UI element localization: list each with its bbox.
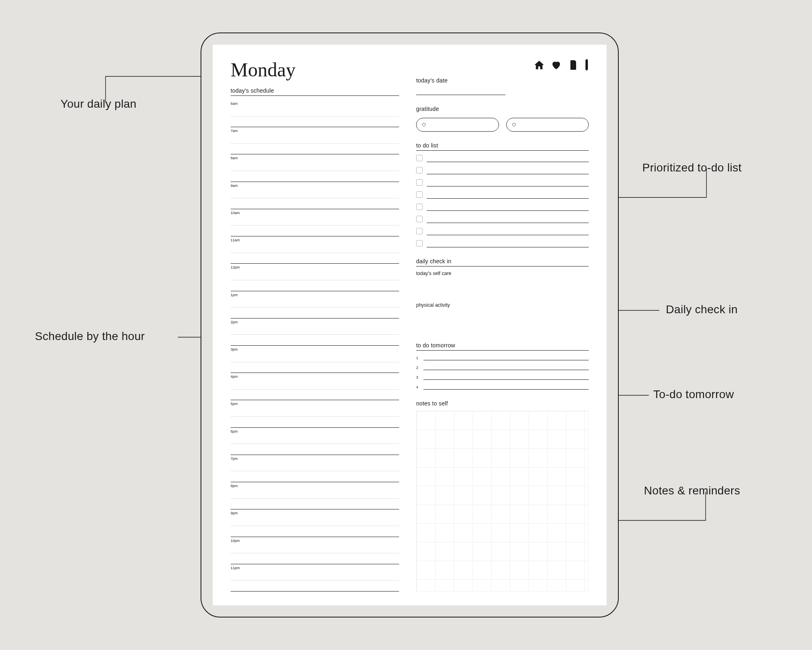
todo-checkbox[interactable] (416, 191, 423, 198)
tomorrow-item[interactable]: 4 (416, 385, 589, 390)
date-input-line[interactable] (416, 88, 505, 95)
todo-line[interactable] (427, 193, 589, 199)
day-title: Monday (231, 58, 399, 81)
todo-item[interactable] (416, 179, 589, 186)
todo-checkbox[interactable] (416, 204, 423, 210)
tomorrow-item[interactable]: 2 (416, 365, 589, 370)
callout-schedule-hour: Schedule by the hour (35, 330, 145, 343)
hour-label: 6am (231, 102, 399, 106)
todo-checkbox[interactable] (416, 179, 423, 186)
hour-label: 11am (231, 238, 399, 242)
document-icon[interactable] (568, 59, 579, 72)
checkin-selfcare-label: today's self care (416, 271, 589, 276)
todo-line[interactable] (427, 230, 589, 235)
icon-nav (416, 58, 589, 73)
hour-label: 7am (231, 129, 399, 133)
tomorrow-item[interactable]: 3 (416, 375, 589, 380)
hour-label: 4pm (231, 375, 399, 379)
callout-todo-tomorrow: To-do tomorrow (653, 388, 734, 401)
hour-row[interactable]: 10pm (231, 537, 399, 564)
hour-row[interactable]: 6pm (231, 428, 399, 455)
hour-row[interactable]: 8am (231, 154, 399, 182)
todo-item[interactable] (416, 204, 589, 211)
todo-line[interactable] (427, 156, 589, 162)
todo-checkbox[interactable] (416, 228, 423, 234)
tomorrow-item[interactable]: 1 (416, 355, 589, 360)
hour-row[interactable]: 6am (231, 100, 399, 127)
gratitude-field-1[interactable] (416, 118, 499, 132)
todo-line[interactable] (427, 169, 589, 174)
tomorrow-label: to do tomorrow (416, 342, 589, 351)
todo-item[interactable] (416, 155, 589, 162)
hour-label: 12pm (231, 265, 399, 269)
todo-line[interactable] (427, 242, 589, 247)
hour-row[interactable]: 9am (231, 182, 399, 209)
tomorrow-line[interactable] (423, 355, 589, 360)
hour-label: 8pm (231, 484, 399, 488)
hour-label: 2pm (231, 320, 399, 324)
gratitude-field-2[interactable] (506, 118, 589, 132)
gratitude-label: gratitude (416, 106, 589, 112)
hour-label: 8am (231, 156, 399, 160)
left-column: Monday today's schedule 6am7am8am9am10am… (231, 58, 399, 592)
notes-label: notes to self (416, 400, 589, 407)
todo-checkbox[interactable] (416, 155, 423, 161)
hour-row[interactable]: 11pm (231, 564, 399, 592)
hour-row[interactable]: 2pm (231, 318, 399, 346)
hour-row[interactable]: 1pm (231, 291, 399, 318)
tomorrow-num: 1 (416, 356, 420, 360)
todo-checkbox[interactable] (416, 167, 423, 173)
todo-item[interactable] (416, 216, 589, 223)
callout-daily-plan: Your daily plan (60, 98, 136, 110)
todo-line[interactable] (427, 217, 589, 223)
notes-grid[interactable] (416, 411, 589, 592)
selfcare-field[interactable] (416, 276, 589, 300)
hour-row[interactable]: 5pm (231, 400, 399, 427)
hour-label: 5pm (231, 402, 399, 406)
schedule-label: today's schedule (231, 87, 399, 96)
tomorrow-line[interactable] (423, 365, 589, 370)
hour-row[interactable]: 8pm (231, 482, 399, 509)
planner-page: Monday today's schedule 6am7am8am9am10am… (213, 45, 607, 605)
checkin-label: daily check in (416, 258, 589, 266)
hour-label: 1pm (231, 293, 399, 297)
checkin-physical-label: physical activity (416, 302, 589, 308)
hour-row[interactable]: 3pm (231, 346, 399, 373)
hour-row[interactable]: 11am (231, 236, 399, 264)
date-label: today's date (416, 77, 589, 84)
todo-item[interactable] (416, 240, 589, 247)
hour-row[interactable]: 12pm (231, 264, 399, 291)
todo-line[interactable] (427, 181, 589, 186)
heart-icon[interactable] (551, 59, 562, 72)
todo-item[interactable] (416, 228, 589, 235)
tomorrow-num: 4 (416, 385, 420, 389)
todo-list (416, 155, 589, 247)
tomorrow-line[interactable] (423, 385, 589, 390)
todo-checkbox[interactable] (416, 240, 423, 247)
hour-label: 6pm (231, 429, 399, 433)
hour-row[interactable]: 7am (231, 127, 399, 154)
physical-field[interactable] (416, 308, 589, 332)
hour-label: 9pm (231, 511, 399, 515)
todo-line[interactable] (427, 205, 589, 211)
home-icon[interactable] (533, 59, 545, 72)
tomorrow-num: 2 (416, 366, 420, 370)
hour-label: 9am (231, 184, 399, 188)
todo-checkbox[interactable] (416, 216, 423, 222)
pen-icon[interactable] (585, 59, 589, 72)
hour-row[interactable]: 10am (231, 209, 399, 236)
tomorrow-line[interactable] (423, 375, 589, 380)
hour-label: 10pm (231, 539, 399, 543)
hour-label: 3pm (231, 347, 399, 351)
hour-label: 7pm (231, 457, 399, 461)
hour-row[interactable]: 9pm (231, 509, 399, 537)
tablet-frame: Monday today's schedule 6am7am8am9am10am… (201, 32, 619, 618)
hour-label: 11pm (231, 566, 399, 570)
hour-row[interactable]: 4pm (231, 373, 399, 400)
right-column: today's date gratitude to do list daily … (416, 58, 589, 592)
hour-row[interactable]: 7pm (231, 455, 399, 482)
todo-item[interactable] (416, 167, 589, 174)
todo-item[interactable] (416, 191, 589, 199)
schedule-grid[interactable]: 6am7am8am9am10am11am12pm1pm2pm3pm4pm5pm6… (231, 100, 399, 592)
callout-priority-todo: Prioritized to-do list (642, 161, 742, 174)
